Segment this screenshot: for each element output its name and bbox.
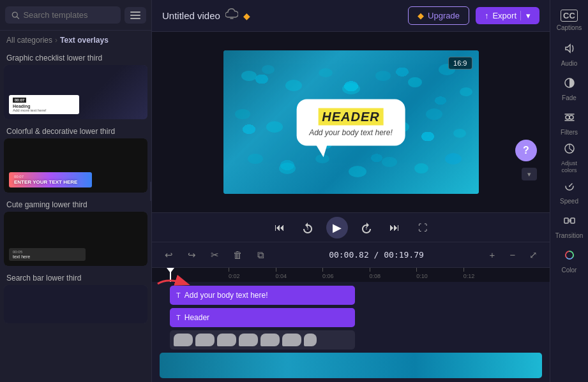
- svg-point-3: [241, 71, 257, 81]
- svg-point-8: [375, 71, 391, 81]
- svg-point-6: [319, 68, 333, 77]
- chat-bubble-thumb-4: [260, 334, 280, 346]
- upload-icon: ↑: [485, 11, 489, 20]
- help-button[interactable]: ?: [515, 140, 537, 161]
- timeline-zoom-controls: + − ⤢: [483, 246, 542, 264]
- svg-point-25: [414, 163, 428, 173]
- adjust-colors-label: Adjust colors: [554, 160, 585, 174]
- svg-text:5: 5: [365, 226, 367, 230]
- ruler-mark-0:02: 0:02: [229, 268, 240, 279]
- delete-button[interactable]: 🗑: [229, 246, 246, 264]
- ruler-mark-0:08: 0:08: [370, 268, 381, 279]
- cut-button[interactable]: ✂: [206, 246, 223, 264]
- playhead: [170, 268, 171, 282]
- forward-5s-button[interactable]: 5: [357, 218, 376, 237]
- aspect-ratio-badge[interactable]: 16:9: [448, 57, 472, 70]
- add-track-button[interactable]: +: [483, 246, 501, 264]
- timeline-section: ↩ ↪ ✂ 🗑 ⧉ 00:00.82 / 00:19.79 + − ⤢ 0:02…: [152, 242, 550, 382]
- audio-label: Audio: [561, 60, 578, 68]
- svg-rect-38: [571, 218, 575, 223]
- template-item-2[interactable]: 00:05 text here: [4, 212, 147, 266]
- svg-point-26: [445, 153, 462, 165]
- fade-label: Fade: [562, 94, 577, 102]
- skip-forward-button[interactable]: ⏭: [385, 218, 404, 237]
- right-tool-color[interactable]: Color: [554, 245, 585, 278]
- breadcrumb-parent[interactable]: All categories: [6, 36, 52, 45]
- chat-bubble-thumb-6: [304, 334, 317, 346]
- upgrade-button[interactable]: ◆ Upgrade: [408, 6, 469, 25]
- ruler-mark-0:04: 0:04: [276, 268, 287, 279]
- ruler-mark-0:10: 0:10: [416, 268, 428, 279]
- chat-bubble-thumb-1: [195, 334, 215, 346]
- speed-label: Speed: [560, 198, 578, 205]
- rewind-5s-button[interactable]: 5: [298, 218, 317, 237]
- captions-icon: CC: [561, 10, 578, 22]
- diamond-icon: ◆: [243, 11, 250, 21]
- template-label-3: Search bar lower third: [4, 270, 147, 285]
- right-tool-speed[interactable]: Speed: [554, 176, 585, 209]
- right-tool-fade[interactable]: Fade: [554, 73, 585, 106]
- cloud-icon: [225, 8, 238, 23]
- right-tool-audio[interactable]: Audio: [554, 38, 585, 71]
- template-label-2: Cute gaming lower third: [4, 196, 147, 212]
- track-text-icon-1: T: [176, 314, 181, 321]
- track-text-icon-0: T: [176, 291, 181, 299]
- right-tool-adjust-colors[interactable]: Adjust colors: [554, 142, 585, 175]
- ruler-mark-0:12: 0:12: [464, 268, 475, 279]
- menu-button[interactable]: [124, 7, 146, 24]
- template-item-0[interactable]: 00:07 Heading Add more text here!: [4, 65, 147, 119]
- main-area: Untitled video ◆ ◆ Upgrade ↑ Export ▾: [152, 0, 550, 382]
- svg-point-5: [285, 80, 302, 91]
- svg-text:5: 5: [306, 226, 308, 230]
- track-header[interactable]: T Header: [170, 308, 355, 327]
- undo-button[interactable]: ↩: [160, 246, 177, 264]
- track-body-text[interactable]: T Add your body text here!: [170, 286, 355, 305]
- svg-point-12: [235, 109, 250, 119]
- speech-bubble: HEADER Add your body text here!: [296, 99, 405, 145]
- right-tool-filters[interactable]: Filters: [554, 107, 585, 140]
- svg-point-20: [248, 154, 263, 164]
- right-tool-captions[interactable]: CC Captions: [554, 4, 585, 37]
- svg-point-36: [569, 186, 570, 187]
- timeline-tracks: T Add your body text here! T Header: [152, 282, 550, 382]
- track-chat-bubbles[interactable]: [170, 330, 355, 349]
- svg-point-31: [569, 115, 573, 119]
- search-input[interactable]: [23, 10, 114, 20]
- chat-bubble-thumb-2: [217, 334, 236, 346]
- panel-collapse-button[interactable]: ▾: [522, 168, 537, 180]
- top-bar: Untitled video ◆ ◆ Upgrade ↑ Export ▾: [152, 0, 550, 32]
- zoom-out-button[interactable]: −: [504, 246, 522, 264]
- svg-point-19: [453, 129, 466, 138]
- template-label-1: Colorful & decorative lower third: [4, 123, 147, 138]
- bubble-header-text: HEADER: [318, 108, 383, 125]
- playhead-indicator: [167, 268, 174, 273]
- chat-bubble-thumb-5: [282, 334, 301, 346]
- canvas-area: HEADER Add your body text here! 16:9 ? ▾: [152, 32, 550, 212]
- video-title: Untitled video ◆: [162, 8, 250, 23]
- template-item-1[interactable]: 00:07 ENTER YOUR TEXT HERE: [4, 138, 147, 193]
- template-item-3[interactable]: [4, 285, 147, 323]
- svg-point-30: [566, 115, 569, 119]
- chat-bubble-thumb-0: [174, 334, 193, 346]
- fullscreen-button[interactable]: ⛶: [413, 218, 432, 237]
- svg-point-13: [266, 121, 283, 133]
- template-list: Graphic checklist lower third 00:07 Head…: [0, 50, 151, 382]
- diamond-upgrade-icon: ◆: [418, 11, 424, 20]
- export-caret-icon: ▾: [520, 11, 531, 20]
- sidebar-header: [0, 0, 151, 31]
- redo-button[interactable]: ↪: [183, 246, 200, 264]
- skip-back-button[interactable]: ⏮: [270, 218, 289, 237]
- export-button[interactable]: ↑ Export ▾: [476, 7, 539, 24]
- left-sidebar: All categories › Text overlays Graphic c…: [0, 0, 152, 382]
- captions-label: Captions: [557, 24, 582, 32]
- search-bar-container[interactable]: [5, 6, 121, 24]
- right-sidebar: CC Captions Audio Fade: [550, 0, 588, 382]
- svg-point-11: [460, 87, 472, 96]
- track-video[interactable]: [160, 353, 542, 378]
- zoom-fit-button[interactable]: ⤢: [524, 246, 542, 264]
- duplicate-button[interactable]: ⧉: [252, 246, 269, 264]
- template-label-0: Graphic checklist lower third: [4, 50, 147, 65]
- adjust-colors-icon: [564, 143, 575, 158]
- play-button[interactable]: ▶: [326, 217, 348, 239]
- right-tool-transition[interactable]: Transition: [554, 210, 585, 244]
